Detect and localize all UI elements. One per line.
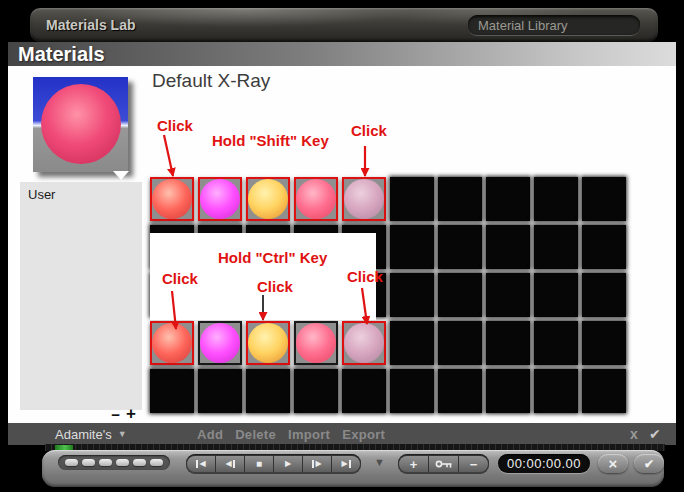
preset-caret-icon: ▼ — [118, 429, 127, 439]
grid-size-controls: − + — [96, 405, 136, 423]
material-swatch-mauve[interactable] — [342, 321, 386, 365]
empty-material-slot[interactable] — [438, 177, 482, 221]
material-swatch-red[interactable] — [150, 321, 194, 365]
material-preview[interactable] — [33, 77, 128, 172]
empty-material-slot[interactable] — [390, 225, 434, 269]
option-pill-button[interactable] — [82, 459, 95, 466]
grid-shrink-button[interactable]: − — [111, 406, 120, 423]
footer-actions: Add Delete Import Export — [197, 423, 385, 445]
preset-dropdown[interactable]: Adamite's ▼ — [55, 423, 127, 445]
empty-material-slot[interactable] — [198, 369, 242, 413]
frame-back-button[interactable]: ◀ — [216, 456, 245, 472]
material-sphere — [248, 179, 288, 219]
material-swatch-pink[interactable] — [294, 177, 338, 221]
material-sphere — [344, 179, 384, 219]
preview-dropdown-caret-icon[interactable] — [113, 171, 129, 180]
empty-material-slot[interactable] — [534, 273, 578, 317]
option-pill-button[interactable] — [133, 459, 146, 466]
window-title: Materials Lab — [46, 17, 135, 33]
material-swatch-pink[interactable] — [294, 321, 338, 365]
material-swatch-mauve[interactable] — [342, 177, 386, 221]
empty-material-slot[interactable] — [438, 273, 482, 317]
timecode-display: 00:00:00.00 — [498, 454, 590, 473]
material-sphere — [296, 179, 336, 219]
empty-material-slot[interactable] — [150, 369, 194, 413]
material-name: Default X-Ray — [152, 70, 270, 92]
frame-forward-button[interactable]: ▶ — [303, 456, 332, 472]
empty-material-slot[interactable] — [534, 177, 578, 221]
empty-material-slot[interactable] — [246, 369, 290, 413]
preset-label: Adamite's — [55, 427, 112, 442]
preview-sphere — [41, 84, 121, 164]
confirm-button[interactable]: ✔ — [649, 423, 661, 445]
right-icon: ▶ — [285, 460, 291, 468]
ctrl-hold-label: Hold "Ctrl" Key — [218, 249, 327, 266]
empty-material-slot[interactable] — [486, 225, 530, 269]
toolbar-cancel-button[interactable]: × — [598, 454, 628, 473]
empty-material-slot[interactable] — [582, 225, 626, 269]
empty-material-slot[interactable] — [534, 225, 578, 269]
material-swatch-magenta[interactable] — [198, 321, 242, 365]
empty-material-slot[interactable] — [438, 321, 482, 365]
empty-material-slot[interactable] — [390, 273, 434, 317]
empty-material-slot[interactable] — [582, 273, 626, 317]
material-sphere — [296, 323, 336, 363]
empty-material-slot[interactable] — [486, 273, 530, 317]
material-swatch-magenta[interactable] — [198, 177, 242, 221]
empty-material-slot[interactable] — [582, 321, 626, 365]
skip-end-button[interactable]: ▶ — [332, 456, 360, 472]
skip-start-button[interactable]: ◀ — [187, 456, 216, 472]
material-swatch-gold[interactable] — [246, 177, 290, 221]
option-pill-button[interactable] — [116, 459, 129, 466]
add-keyframe-button[interactable]: + — [399, 456, 429, 472]
material-sphere — [200, 179, 240, 219]
material-library-field[interactable]: Material Library — [468, 15, 640, 36]
export-button[interactable]: Export — [342, 427, 385, 442]
preview-options-buttons — [58, 455, 170, 470]
empty-material-slot[interactable] — [342, 369, 386, 413]
delete-button[interactable]: Delete — [235, 427, 276, 442]
transport-options-caret-icon[interactable]: ▼ — [374, 456, 385, 468]
stop-button[interactable]: ■ — [245, 456, 274, 472]
empty-material-slot[interactable] — [486, 369, 530, 413]
category-list-panel[interactable]: User — [20, 182, 142, 410]
option-pill-button[interactable] — [65, 459, 78, 466]
toolbar-confirm-button[interactable]: ✔ — [634, 454, 664, 473]
empty-material-slot[interactable] — [486, 177, 530, 221]
empty-material-slot[interactable] — [486, 321, 530, 365]
empty-material-slot[interactable] — [390, 369, 434, 413]
play-button[interactable]: ▶ — [274, 456, 303, 472]
empty-material-slot[interactable] — [534, 369, 578, 413]
shift-click-right-label: Click — [351, 122, 387, 139]
empty-material-slot[interactable] — [438, 369, 482, 413]
empty-material-slot[interactable] — [390, 177, 434, 221]
remove-keyframe-button[interactable]: − — [459, 456, 488, 472]
keyframe-key-button[interactable] — [429, 456, 459, 472]
option-pill-button[interactable] — [150, 459, 163, 466]
empty-material-slot[interactable] — [390, 321, 434, 365]
empty-material-slot[interactable] — [294, 369, 338, 413]
shift-click-left-label: Click — [157, 117, 193, 134]
bar-icon — [349, 460, 351, 468]
bar-icon — [233, 460, 235, 468]
keyframe-controls: + − — [398, 454, 489, 474]
footer-bar: Adamite's ▼ Add Delete Import Export x ✔ — [8, 423, 676, 445]
cancel-button[interactable]: x — [630, 423, 638, 445]
material-sphere — [152, 179, 192, 219]
empty-material-slot[interactable] — [582, 369, 626, 413]
material-sphere — [152, 323, 192, 363]
category-item-user[interactable]: User — [28, 187, 55, 202]
material-swatch-red[interactable] — [150, 177, 194, 221]
grid-grow-button[interactable]: + — [126, 404, 136, 424]
right-icon: ▶ — [315, 460, 321, 468]
option-pill-button[interactable] — [99, 459, 112, 466]
material-sphere — [344, 323, 384, 363]
add-button[interactable]: Add — [197, 427, 223, 442]
material-swatch-gold[interactable] — [246, 321, 290, 365]
empty-material-slot[interactable] — [582, 177, 626, 221]
material-library-label: Material Library — [478, 18, 568, 33]
empty-material-slot[interactable] — [438, 225, 482, 269]
empty-material-slot[interactable] — [534, 321, 578, 365]
right-icon: ▶ — [341, 460, 347, 468]
import-button[interactable]: Import — [288, 427, 330, 442]
